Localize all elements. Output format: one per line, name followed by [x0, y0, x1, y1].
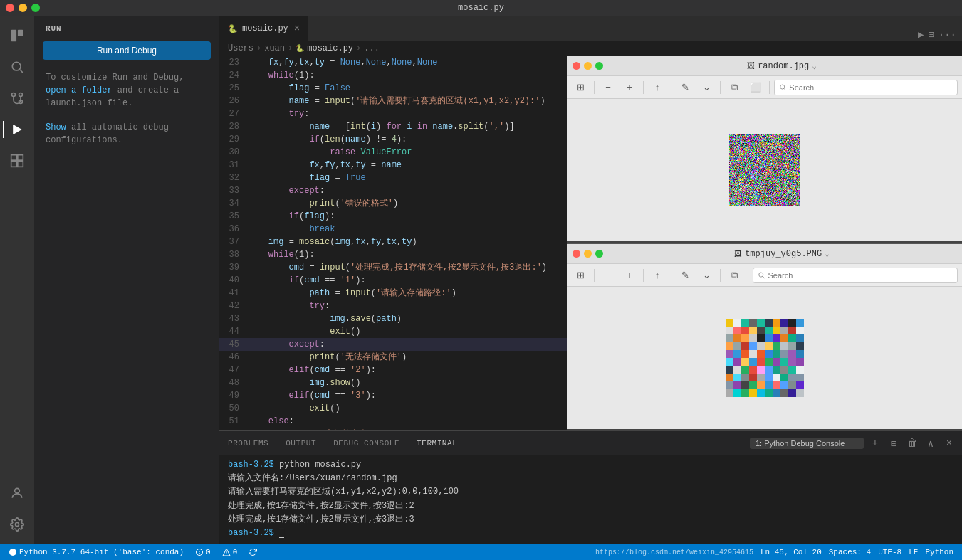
image-title-random: 🖼 random.jpg ⌄: [607, 61, 956, 71]
image-viewer-bottom-bar: 🖼 tmpjuy_y0g5.PNG ⌄: [567, 244, 962, 264]
breadcrumb-file-icon: 🐍: [296, 44, 304, 53]
copy-button[interactable]: ⧉: [725, 80, 743, 95]
tab-debug-console[interactable]: DEBUG CONSOLE: [325, 431, 408, 456]
status-line-ending[interactable]: LF: [906, 548, 921, 556]
split-editor-icon[interactable]: ⊟: [928, 28, 934, 41]
zoom-out-button-bottom[interactable]: −: [599, 268, 617, 283]
title-bar: mosaic.py: [0, 0, 962, 16]
status-sync-icon[interactable]: [246, 548, 260, 556]
random-image: [729, 134, 800, 206]
maximize-button[interactable]: [31, 4, 40, 12]
activity-account[interactable]: [3, 479, 31, 507]
iv-close[interactable]: [573, 62, 580, 70]
toolbar-sep-3: [671, 81, 671, 94]
image-title-chevron[interactable]: ⌄: [812, 61, 817, 70]
activity-search[interactable]: [3, 53, 31, 81]
run-debug-button[interactable]: Run and Debug: [43, 41, 211, 60]
close-button[interactable]: [6, 4, 14, 12]
iv-traffic-lights-bottom: [573, 250, 603, 258]
more-actions-icon[interactable]: ···: [939, 29, 956, 41]
zoom-out-button[interactable]: −: [599, 80, 617, 95]
svg-line-3: [20, 70, 23, 73]
toolbar-sep-b3: [671, 269, 671, 282]
new-terminal-button[interactable]: +: [868, 436, 882, 450]
image-search-bottom[interactable]: [753, 268, 958, 283]
fit-button-bottom[interactable]: ⊞: [571, 268, 590, 283]
image-search-top[interactable]: [774, 80, 958, 95]
terminal-controls: 1: Python Debug Console + ⊟ 🗑 ∧ ×: [750, 436, 962, 450]
tab-output[interactable]: OUTPUT: [277, 431, 325, 456]
minimize-button[interactable]: [19, 4, 27, 12]
svg-point-14: [16, 523, 19, 527]
search-input-top[interactable]: [789, 83, 953, 92]
activity-run-debug[interactable]: [3, 115, 31, 144]
status-python-version[interactable]: Python 3.7.7 64-bit ('base': conda): [6, 548, 187, 556]
open-folder-link[interactable]: open a folder: [46, 85, 113, 95]
maximize-terminal-button[interactable]: ∧: [924, 436, 938, 450]
code-line-33: 33 except:: [219, 184, 567, 197]
more-button[interactable]: ⬜: [746, 80, 765, 95]
code-editor[interactable]: 23 fx,fy,tx,ty = None,None,None,None 24 …: [219, 56, 567, 430]
search-icon-bottom: [758, 271, 765, 279]
iv-maximize[interactable]: [595, 62, 603, 70]
tab-close-button[interactable]: ×: [294, 23, 300, 34]
edit-button-bottom[interactable]: ✎: [676, 268, 694, 283]
terminal-content[interactable]: bash-3.2$ python mosaic.py 请输入文件名:/Users…: [219, 455, 962, 544]
traffic-lights: [6, 4, 40, 12]
copy-button-bottom[interactable]: ⧉: [725, 268, 743, 283]
activity-explorer[interactable]: [3, 21, 31, 50]
iv-minimize-bottom[interactable]: [584, 250, 592, 258]
activity-source-control[interactable]: [3, 84, 31, 112]
status-warnings[interactable]: 0: [219, 548, 241, 556]
code-line-26: 26 name = input('请输入需要打马赛克的区域(x1,y1,x2,y…: [219, 95, 567, 107]
activity-extensions[interactable]: [3, 147, 31, 175]
edit-button[interactable]: ✎: [676, 80, 694, 95]
terminal-line-4: 处理完成,按1存储文件,按2显示文件,按3退出:2: [228, 500, 953, 513]
status-encoding[interactable]: UTF-8: [875, 548, 904, 556]
run-icon[interactable]: ▶: [918, 28, 924, 41]
toolbar-sep-b2: [643, 269, 644, 282]
edit-dropdown-button[interactable]: ⌄: [697, 80, 716, 95]
mosaic-image: [726, 319, 804, 397]
image-title-chevron-bottom[interactable]: ⌄: [825, 249, 830, 258]
zoom-in-button-bottom[interactable]: +: [620, 268, 639, 283]
code-line-36: 36 break: [219, 223, 567, 236]
code-line-34: 34 print('错误的格式'): [219, 197, 567, 210]
session-select[interactable]: 1: Python Debug Console: [750, 438, 864, 449]
breadcrumb-users: Users: [228, 43, 253, 53]
iv-maximize-bottom[interactable]: [595, 250, 603, 258]
tab-mosaic-py[interactable]: 🐍 mosaic.py ×: [219, 16, 308, 41]
close-terminal-button[interactable]: ×: [942, 436, 956, 450]
code-line-23: 23 fx,fy,tx,ty = None,None,None,None: [219, 56, 567, 69]
tab-terminal[interactable]: TERMINAL: [408, 431, 466, 456]
search-input-bottom[interactable]: [768, 271, 953, 280]
status-ln-col[interactable]: Ln 45, Col 20: [758, 548, 825, 556]
toolbar-sep-5: [769, 81, 770, 94]
split-terminal-button[interactable]: ⊟: [887, 436, 901, 450]
share-button-bottom[interactable]: ↑: [648, 268, 666, 283]
terminal-line-2: 请输入文件名:/Users/xuan/random.jpg: [228, 472, 953, 485]
status-language[interactable]: Python: [922, 548, 956, 556]
image-file-icon-bottom: 🖼: [734, 249, 742, 258]
fit-button[interactable]: ⊞: [571, 80, 590, 95]
sidebar-description: To customize Run and Debug, open a folde…: [34, 65, 219, 115]
code-line-29: 29 if(len(name) != 4):: [219, 133, 567, 146]
activity-settings[interactable]: [3, 510, 31, 539]
share-button[interactable]: ↑: [648, 80, 666, 95]
status-spaces[interactable]: Spaces: 4: [826, 548, 874, 556]
code-line-38: 38 while(1):: [219, 248, 567, 261]
show-configs-link[interactable]: Show: [46, 122, 66, 132]
image-content-mosaic: [567, 287, 962, 429]
iv-close-bottom[interactable]: [573, 250, 580, 258]
status-errors[interactable]: 0: [192, 548, 214, 556]
iv-minimize[interactable]: [584, 62, 592, 70]
editor-preview: 23 fx,fy,tx,ty = None,None,None,None 24 …: [219, 56, 962, 430]
toolbar-sep-1: [594, 81, 595, 94]
kill-terminal-button[interactable]: 🗑: [905, 436, 919, 450]
zoom-in-button[interactable]: +: [620, 80, 639, 95]
tab-problems[interactable]: PROBLEMS: [219, 431, 277, 456]
image-toolbar-top: ⊞ − + ↑ ✎ ⌄ ⧉ ⬜: [567, 76, 962, 99]
code-line-47: 47 elif(cmd == '2'):: [219, 364, 567, 376]
code-line-27: 27 try:: [219, 107, 567, 120]
edit-dropdown-bottom[interactable]: ⌄: [697, 268, 716, 283]
